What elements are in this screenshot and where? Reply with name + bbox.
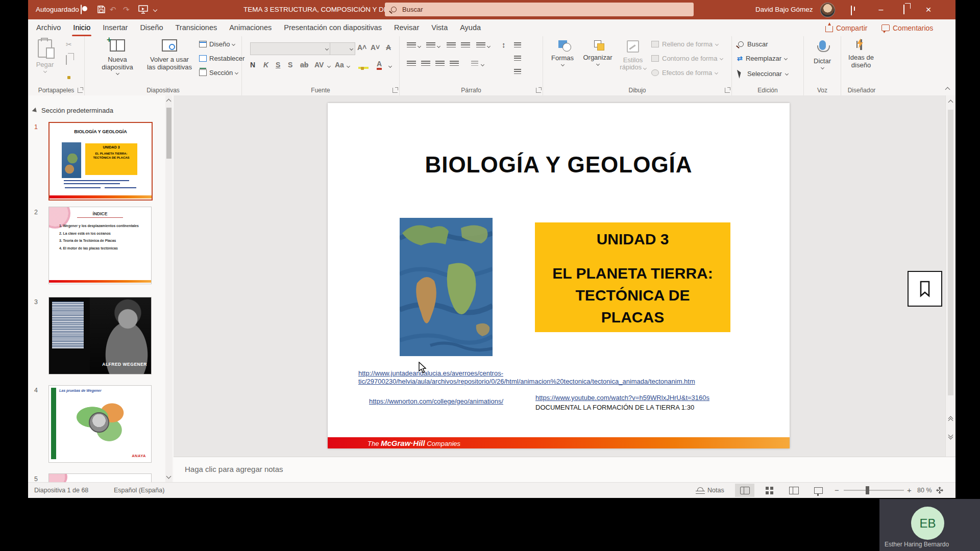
dialog-launcher-icon[interactable] — [725, 88, 730, 93]
next-slide-button[interactable] — [949, 433, 952, 439]
user-avatar[interactable] — [820, 3, 835, 17]
fit-to-window-icon[interactable] — [936, 486, 944, 494]
minimize-button[interactable]: – — [873, 0, 889, 19]
user-name[interactable]: David Bajo Gómez — [755, 6, 813, 13]
tab-transiciones[interactable]: Transiciones — [169, 19, 224, 36]
dictate-button[interactable]: Dictar — [808, 40, 837, 69]
scroll-down-icon[interactable] — [166, 474, 172, 479]
reading-view-button[interactable] — [784, 484, 803, 497]
previous-slide-button[interactable] — [949, 417, 952, 422]
bullets-icon[interactable] — [407, 42, 416, 49]
underline-button[interactable]: S — [276, 61, 280, 69]
zoom-slider-track[interactable] — [844, 490, 904, 491]
slide-sorter-view-button[interactable] — [760, 484, 779, 497]
justify-icon[interactable] — [450, 61, 459, 67]
sort-text-icon[interactable]: ↕ — [502, 40, 506, 49]
scroll-up-icon[interactable] — [166, 99, 172, 104]
notes-toggle-button[interactable]: Notas — [696, 483, 724, 498]
zoom-slider-thumb[interactable] — [866, 486, 869, 494]
zoom-in-button[interactable]: + — [907, 486, 912, 494]
autosave-toggle[interactable] — [81, 5, 82, 14]
link-norton[interactable]: https://wwnorton.com/college/geo/animati… — [369, 397, 503, 406]
tab-insertar[interactable]: Insertar — [96, 19, 134, 36]
shape-outline-button[interactable]: Contorno de forma — [651, 55, 723, 62]
reuse-slides-button[interactable]: Volver a usarlas diapositivas — [145, 39, 194, 71]
dialog-launcher-icon[interactable] — [393, 88, 398, 93]
columns-icon[interactable] — [471, 61, 478, 67]
layout-button[interactable]: Diseño — [199, 40, 235, 48]
zoom-level[interactable]: 80 % — [917, 487, 932, 494]
select-button[interactable]: Seleccionar — [738, 69, 788, 78]
shadow-button[interactable]: S — [288, 61, 292, 69]
text-direction-icon[interactable] — [514, 42, 521, 49]
scroll-up-icon[interactable] — [948, 100, 953, 105]
new-slide-button[interactable]: + Nueva diapositiva — [94, 39, 141, 74]
tab-ayuda[interactable]: Ayuda — [454, 19, 487, 36]
tab-inicio[interactable]: Inicio — [67, 19, 96, 36]
replace-button[interactable]: ⇄ Reemplazar — [737, 55, 787, 62]
design-ideas-button[interactable]: Ideas dediseño — [844, 40, 878, 69]
quick-styles-button[interactable]: Estilosrápidos — [619, 40, 647, 71]
align-right-icon[interactable] — [435, 61, 445, 67]
slide-title[interactable]: BIOLOGÍA Y GEOLOGÍA — [328, 152, 790, 178]
italic-button[interactable]: K — [263, 61, 268, 69]
canvas-scrollbar-thumb[interactable] — [948, 110, 953, 395]
document-title[interactable]: TEMA 3 ESTRUCTURA, COMPOSICIÓN Y DI... — [243, 6, 391, 13]
tab-animaciones[interactable]: Animaciones — [223, 19, 278, 36]
search-input[interactable] — [401, 5, 607, 14]
save-icon[interactable] — [97, 5, 106, 14]
paste-button[interactable]: Pegar — [32, 39, 58, 72]
world-map-image[interactable] — [400, 218, 493, 356]
notes-placeholder[interactable]: Haga clic para agregar notas — [185, 465, 283, 473]
smartart-convert-icon[interactable] — [514, 69, 521, 76]
dialog-launcher-icon[interactable] — [536, 88, 541, 93]
section-header[interactable]: Sección predeterminada — [33, 107, 113, 114]
slide-canvas[interactable]: BIOLOGÍA Y GEOLOGÍA UNIDAD 3 EL PLANE — [328, 103, 790, 448]
font-name-input[interactable] — [250, 42, 331, 55]
reset-button[interactable]: Restablecer — [199, 55, 244, 62]
slide5-thumbnail[interactable] — [48, 473, 152, 482]
search-box[interactable] — [385, 3, 694, 16]
shrink-font-button[interactable]: A˅ — [371, 43, 380, 52]
slide2-thumbnail[interactable]: ÍNDICE 1. Wegener y los desplazamientos … — [48, 207, 152, 284]
shapes-button[interactable]: Formas — [547, 40, 578, 66]
align-text-icon[interactable] — [514, 56, 521, 62]
clear-formatting-button[interactable]: A — [386, 43, 391, 52]
canvas-scrollbar[interactable] — [945, 95, 955, 457]
slideshow-view-button[interactable] — [808, 484, 828, 497]
font-color-button[interactable]: A — [377, 60, 382, 70]
quick-access-chevron-icon[interactable] — [153, 8, 157, 12]
collapse-ribbon-icon[interactable] — [945, 87, 950, 92]
tab-revisar[interactable]: Revisar — [388, 19, 425, 36]
zoom-out-button[interactable]: − — [835, 486, 839, 494]
align-center-icon[interactable] — [421, 61, 430, 67]
grow-font-button[interactable]: A˄ — [357, 43, 366, 52]
increase-indent-icon[interactable] — [461, 42, 470, 49]
slide3-thumbnail[interactable]: ALFRED WEGENER — [48, 297, 152, 374]
panel-scrollbar-thumb[interactable] — [166, 108, 172, 159]
arrange-button[interactable]: Organizar — [580, 40, 616, 65]
tab-archivo[interactable]: Archivo — [30, 19, 67, 36]
panel-scrollbar[interactable] — [165, 95, 173, 482]
link-andalucia[interactable]: http://www.juntadeandalucia.es/averroes/… — [358, 369, 685, 386]
tab-vista[interactable]: Vista — [425, 19, 454, 36]
strikethrough-button[interactable]: ab — [300, 61, 308, 69]
close-button[interactable]: × — [920, 0, 937, 19]
line-spacing-icon[interactable] — [476, 42, 485, 49]
tab-diseno[interactable]: Diseño — [134, 19, 169, 36]
slide4-thumbnail[interactable]: Las pruebas de Wegener ANAYA — [48, 385, 152, 463]
shape-fill-button[interactable]: Relleno de forma — [651, 40, 718, 48]
bold-button[interactable]: N — [250, 61, 255, 69]
font-size-input[interactable] — [330, 42, 355, 55]
undo-icon[interactable]: ↶ — [110, 0, 116, 19]
comments-button[interactable]: Comentarios — [881, 19, 933, 36]
notes-pane[interactable]: Haga clic para agregar notas — [174, 457, 955, 483]
tab-presentacion[interactable]: Presentación con diapositivas — [278, 19, 388, 36]
restore-button[interactable] — [896, 0, 912, 19]
slide1-thumbnail[interactable]: BIOLOGÍA Y GEOLOGÍA UNIDAD 3 EL PLANETA … — [48, 122, 153, 201]
slide-counter[interactable]: Diapositiva 1 de 68 — [34, 487, 88, 494]
numbering-icon[interactable] — [426, 42, 435, 49]
copy-icon[interactable] — [66, 55, 67, 65]
start-presentation-icon[interactable] — [138, 5, 148, 14]
cut-icon[interactable]: ✂ — [66, 40, 72, 48]
